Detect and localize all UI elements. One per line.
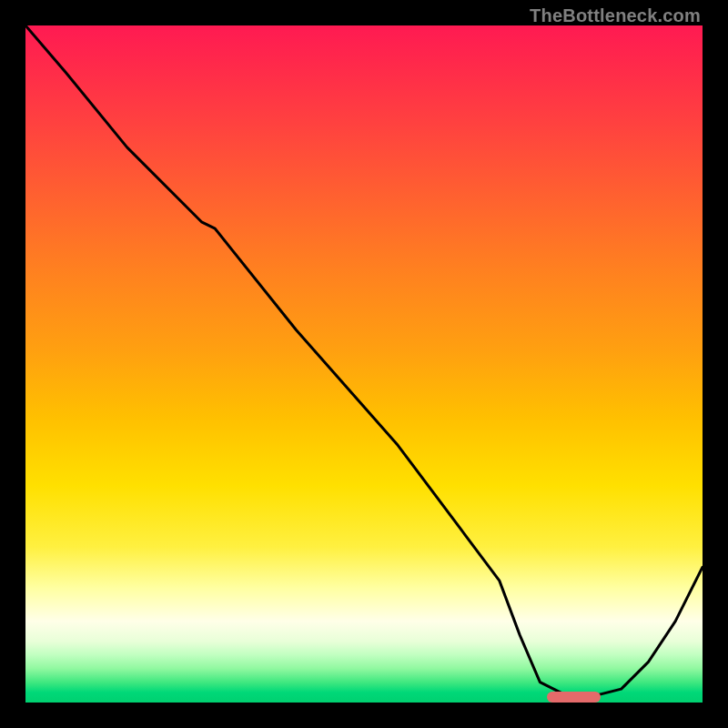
chart-container: TheBottleneck.com bbox=[0, 0, 728, 728]
plot-area bbox=[25, 25, 703, 703]
bottleneck-curve-path bbox=[25, 25, 703, 696]
watermark-text: TheBottleneck.com bbox=[530, 5, 701, 26]
optimal-range-marker bbox=[547, 692, 602, 703]
curve-svg bbox=[25, 25, 703, 703]
